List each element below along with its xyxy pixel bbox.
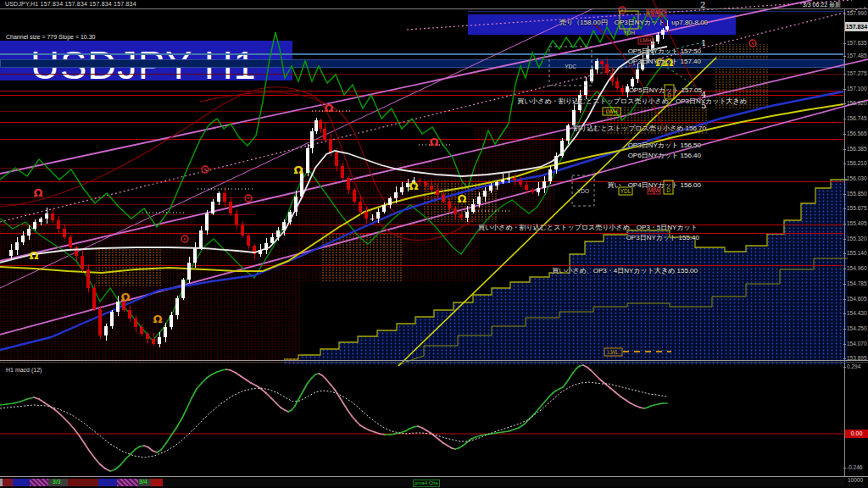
candle-body: [181, 280, 185, 298]
price-level-annotation: OP5日NYカット 157.50: [628, 47, 701, 56]
price-tick-label: 155.140: [847, 250, 867, 256]
macd-main-line: [497, 432, 503, 433]
candle-body: [459, 214, 463, 218]
macd-main-line: [339, 396, 343, 403]
candle-body: [335, 152, 338, 166]
macd-main-line: [534, 408, 539, 414]
omega-reversal-mark: Ω: [457, 192, 466, 205]
candle-body: [418, 180, 421, 182]
signal-circle-dot: [248, 197, 249, 199]
macd-main-line: [566, 378, 570, 383]
candle-body: [436, 190, 439, 195]
macd-main-line: [90, 452, 95, 458]
price-tick-label: 156.745: [847, 115, 867, 121]
macd-main-line: [626, 400, 631, 403]
macd-main-line: [197, 383, 202, 389]
price-tick-label: 157.635: [847, 40, 867, 46]
marker-box-label: W: [654, 9, 659, 15]
omega-reversal-mark: Ω: [429, 136, 438, 148]
candle-body: [442, 195, 445, 202]
h4-cloud-band: [96, 247, 162, 286]
macd-zero-value-box: 0.00: [845, 430, 868, 438]
candle-body: [69, 237, 72, 247]
macd-main-line: [161, 443, 166, 450]
price-level-annotation: OP6日NYカット 156.40: [628, 151, 701, 160]
macd-main-line: [136, 446, 140, 449]
candle-body: [453, 208, 457, 214]
macd-main-line: [202, 378, 207, 383]
macd-main-line: [95, 458, 100, 464]
candle-body: [548, 169, 552, 181]
marker-box-label: LWH: [606, 108, 618, 114]
macd-main-line: [110, 469, 115, 471]
candle-body: [164, 327, 167, 337]
candle-body: [448, 202, 451, 208]
timeline-segment[interactable]: [30, 479, 48, 486]
candle-body: [600, 61, 604, 64]
timeline-segment[interactable]: [98, 479, 117, 486]
candle-body: [501, 180, 504, 182]
signal-circle-dot: [204, 169, 206, 170]
macd-main-line: [276, 403, 281, 408]
current-price-box: 157.834: [845, 22, 868, 31]
candle-body: [247, 236, 250, 246]
candle-body: [537, 188, 540, 192]
macd-main-line: [463, 442, 467, 446]
marker-box-label: YDH: [623, 30, 635, 36]
timeline-segment[interactable]: [3, 479, 13, 486]
candle-body: [525, 185, 528, 190]
macd-tick-label: -0.246: [847, 464, 862, 470]
macd-main-line: [105, 469, 110, 471]
candle-body: [27, 229, 31, 236]
candle-body: [158, 337, 161, 344]
macd-main-line: [251, 383, 256, 385]
chart-canvas[interactable]: USDJPY H1 ΩΩΩΩΩΩΩΩΩΩΩ2145 YDHDDLWHYDLLWL…: [0, 0, 868, 488]
price-level-annotation: 買い OP4日NYカット 156.00: [607, 180, 701, 190]
chart-timestamp: 3/3 06:22 最新: [803, 1, 841, 9]
candle-body: [661, 30, 665, 35]
marker-box-label: M: [648, 9, 652, 15]
macd-main-line: [271, 398, 276, 403]
candle-body: [45, 214, 48, 219]
macd-main-line: [356, 421, 360, 425]
macd-main-line: [292, 406, 295, 410]
macd-main-line: [476, 435, 481, 437]
price-tick-label: 156.920: [847, 100, 867, 106]
price-level-annotation: OP3日NYカット 157.40: [628, 57, 701, 66]
macd-main-line: [595, 374, 600, 380]
marker-box-label: LWL: [608, 349, 619, 355]
macd-main-line: [281, 408, 285, 410]
timeline-segment[interactable]: [13, 479, 30, 486]
macd-main-line: [217, 370, 222, 372]
candle-body: [595, 61, 598, 69]
candle-body: [465, 212, 469, 218]
candle-body: [513, 178, 516, 180]
macd-main-line: [308, 378, 312, 383]
macd-main-line: [459, 446, 463, 448]
candle-body: [566, 125, 570, 141]
macd-main-line: [176, 419, 181, 428]
timeline-segment[interactable]: [163, 479, 844, 486]
price-level-annotation: OP3日NYカット 155.40: [626, 233, 699, 242]
macd-main-line: [64, 419, 70, 424]
macd-main-line: [435, 436, 439, 440]
timeline-segment[interactable]: [151, 479, 163, 486]
candle-body: [98, 309, 102, 336]
timeline-scrollbar[interactable]: 3/33/4pma4 Cha: [0, 476, 868, 488]
macd-main-line: [34, 397, 39, 399]
candle-body: [531, 190, 534, 192]
candle-body: [140, 327, 143, 334]
panel-divider-top[interactable]: [0, 360, 868, 361]
macd-main-line: [166, 435, 171, 443]
price-tick-label: 154.070: [847, 341, 867, 347]
candle-body: [605, 64, 609, 73]
candle-body: [15, 242, 19, 250]
timeline-segment[interactable]: [68, 479, 98, 486]
marker-box-label: O: [661, 9, 665, 15]
macd-main-line: [241, 376, 246, 380]
macd-main-line: [570, 373, 573, 378]
candle-body: [205, 214, 209, 230]
timeline-segment[interactable]: [117, 479, 138, 486]
macd-main-line: [443, 443, 448, 446]
macd-main-line: [503, 431, 509, 432]
